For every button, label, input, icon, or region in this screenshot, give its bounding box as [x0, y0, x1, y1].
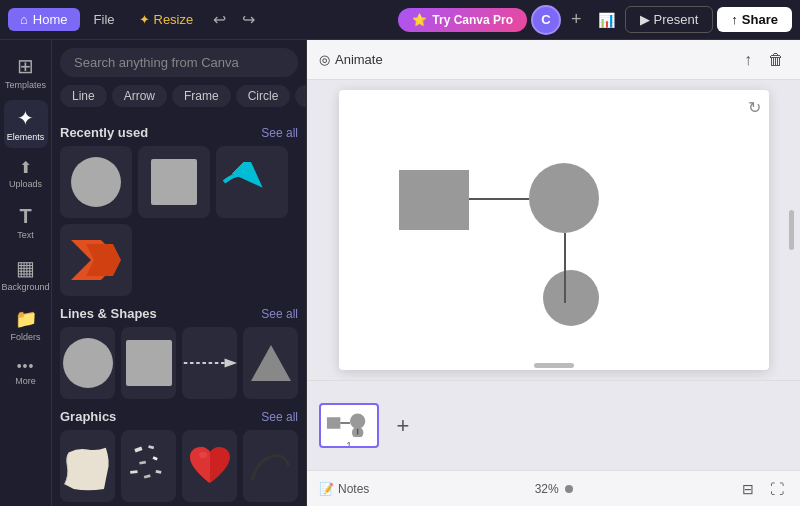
svg-rect-5 — [134, 447, 142, 453]
topbar: ⌂ Home File ✦ Resize ↩ ↪ ⭐ Try Canva Pro… — [0, 0, 800, 40]
svg-rect-11 — [144, 474, 151, 478]
diagram-circle-large[interactable] — [529, 163, 599, 233]
graphics-header: Graphics See all — [60, 409, 298, 424]
line-square-item[interactable] — [121, 327, 176, 399]
try-canva-pro-button[interactable]: ⭐ Try Canva Pro — [398, 8, 527, 32]
tag-square[interactable]: Square — [295, 85, 306, 107]
recent-arrow-item[interactable] — [216, 146, 288, 218]
line-circle-item[interactable] — [60, 327, 115, 399]
svg-rect-13 — [327, 417, 340, 429]
recently-used-see-all[interactable]: See all — [261, 126, 298, 140]
resize-label: Resize — [154, 12, 194, 27]
line-arrow-svg — [182, 353, 237, 373]
tag-frame[interactable]: Frame — [172, 85, 231, 107]
animate-text: Animate — [335, 52, 383, 67]
main-layout: ⊞ Templates ✦ Elements ⬆ Uploads T Text … — [0, 40, 800, 506]
graphic-paper-item[interactable] — [60, 430, 115, 502]
graphic-heart-item[interactable] — [182, 430, 237, 502]
page-thumb-1[interactable]: 1 — [319, 403, 379, 448]
sidebar-item-templates[interactable]: ⊞ Templates — [4, 48, 48, 96]
notes-icon: 📝 — [319, 482, 334, 496]
sidebar-templates-label: Templates — [5, 80, 46, 90]
zoom-display: 32% — [535, 482, 573, 496]
diagram-rect[interactable] — [399, 170, 469, 230]
home-icon: ⌂ — [20, 12, 28, 27]
recent-chevron-item[interactable] — [60, 224, 132, 296]
home-label: Home — [33, 12, 68, 27]
graphics-title: Graphics — [60, 409, 116, 424]
grid-view-button[interactable]: ⊟ — [738, 479, 758, 499]
present-button[interactable]: ▶ Present — [625, 6, 714, 33]
line-triangle-item[interactable] — [243, 327, 298, 399]
animate-icon: ◎ — [319, 52, 330, 67]
tag-circle[interactable]: Circle — [236, 85, 291, 107]
svg-rect-10 — [156, 470, 162, 474]
search-input[interactable] — [60, 48, 298, 77]
lines-see-all[interactable]: See all — [261, 307, 298, 321]
share-button[interactable]: ↑ Share — [717, 7, 792, 32]
chevron-svg — [71, 240, 121, 280]
svg-point-12 — [199, 452, 207, 458]
diagram-circle-small[interactable] — [543, 270, 599, 326]
thumb-diagram — [325, 409, 373, 437]
graphic-swirl-item[interactable] — [243, 430, 298, 502]
background-icon: ▦ — [16, 256, 35, 280]
present-label: Present — [654, 12, 699, 27]
resize-button[interactable]: ✦ Resize — [129, 8, 204, 31]
recent-square-item[interactable] — [138, 146, 210, 218]
sidebar-item-more[interactable]: ••• More — [4, 352, 48, 392]
triangle-svg — [249, 343, 293, 383]
line-square-shape — [126, 340, 172, 386]
undo-button[interactable]: ↩ — [207, 6, 232, 33]
notes-button[interactable]: 📝 Notes — [319, 482, 369, 496]
home-button[interactable]: ⌂ Home — [8, 8, 80, 31]
elements-panel: Line Arrow Frame Circle Square › Recentl… — [52, 40, 307, 506]
chart-button[interactable]: 📊 — [592, 8, 621, 32]
scroll-handle — [534, 363, 574, 368]
uploads-icon: ⬆ — [19, 158, 32, 177]
add-button[interactable]: + — [565, 5, 588, 34]
sidebar-item-uploads[interactable]: ⬆ Uploads — [4, 152, 48, 195]
sidebar-more-label: More — [15, 376, 36, 386]
panel-scroll: Recently used See all — [52, 115, 306, 506]
text-icon: T — [19, 205, 31, 228]
tag-line[interactable]: Line — [60, 85, 107, 107]
trash-icon-btn[interactable]: 🗑 — [764, 47, 788, 73]
page-number: 1 — [321, 441, 377, 448]
lines-shapes-title: Lines & Shapes — [60, 306, 157, 321]
sidebar-item-text[interactable]: T Text — [4, 199, 48, 246]
add-page-button[interactable]: + — [387, 410, 419, 442]
refresh-button[interactable]: ↻ — [748, 98, 761, 117]
sidebar-item-background[interactable]: ▦ Background — [4, 250, 48, 298]
graphics-items-grid — [60, 430, 298, 502]
arrow-cyan-svg — [222, 162, 282, 202]
upload-icon-btn[interactable]: ↑ — [740, 47, 756, 73]
avatar[interactable]: C — [531, 5, 561, 35]
svg-rect-7 — [139, 461, 146, 465]
graphic-confetti-item[interactable] — [121, 430, 176, 502]
line-arrow-item[interactable] — [182, 327, 237, 399]
sidebar-item-elements[interactable]: ✦ Elements — [4, 100, 48, 148]
graphics-see-all[interactable]: See all — [261, 410, 298, 424]
pages-panel: 1 + — [307, 380, 800, 470]
icon-sidebar: ⊞ Templates ✦ Elements ⬆ Uploads T Text … — [0, 40, 52, 506]
star-icon: ⭐ — [412, 13, 427, 27]
confetti-svg — [121, 436, 176, 496]
recently-used-header: Recently used See all — [60, 125, 298, 140]
line-circle-shape — [63, 338, 113, 388]
recent-circle-item[interactable] — [60, 146, 132, 218]
fullscreen-button[interactable]: ⛶ — [766, 479, 788, 499]
torn-paper-svg — [60, 436, 115, 496]
bottom-right: ⊟ ⛶ — [738, 479, 788, 499]
redo-button[interactable]: ↪ — [236, 6, 261, 33]
file-button[interactable]: File — [84, 8, 125, 31]
svg-rect-8 — [152, 456, 157, 460]
sidebar-background-label: Background — [1, 282, 49, 292]
recently-used-grid — [60, 146, 298, 296]
sidebar-item-folders[interactable]: 📁 Folders — [4, 302, 48, 348]
share-label: Share — [742, 12, 778, 27]
square-shape — [151, 159, 197, 205]
tag-arrow[interactable]: Arrow — [112, 85, 167, 107]
right-scroll — [789, 210, 794, 250]
canvas-wrapper[interactable]: ↻ — [307, 80, 800, 380]
